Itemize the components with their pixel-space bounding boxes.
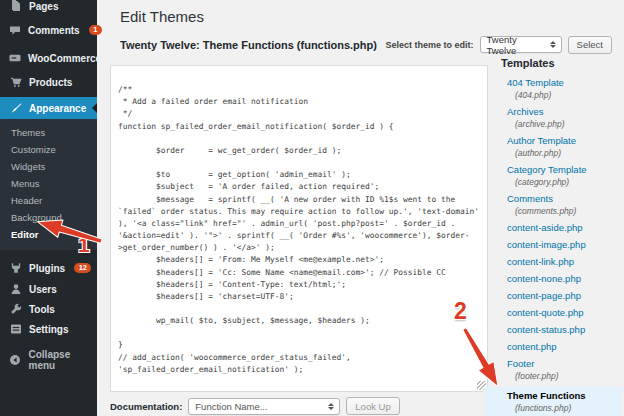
woocommerce-icon <box>9 52 21 64</box>
template-link[interactable]: content-none.php <box>498 273 622 285</box>
template-link[interactable]: content-aside.php <box>498 222 622 234</box>
template-link[interactable]: content-status.php <box>498 324 622 336</box>
main-content: Edit Themes Twenty Twelve: Theme Functio… <box>97 0 624 416</box>
template-item-content-php: content.php <box>498 341 622 353</box>
template-item-content-none: content-none.php <box>498 273 622 285</box>
settings-icon <box>9 323 22 335</box>
template-link[interactable]: Category Template <box>498 164 622 176</box>
sidebar-item-label: Collapse menu <box>29 349 97 371</box>
template-file: (footer.php) <box>498 371 622 382</box>
template-item-author: Author Template (author.php) <box>498 135 622 159</box>
template-link[interactable]: content.php <box>498 341 622 353</box>
submenu-item-themes[interactable]: Themes <box>0 124 97 141</box>
template-file: (author.php) <box>498 148 622 159</box>
tools-icon <box>9 303 22 315</box>
template-file: (comments.php) <box>498 206 622 217</box>
template-item-content-status: content-status.php <box>498 324 622 336</box>
sidebar-item-tools[interactable]: Tools <box>0 299 97 319</box>
sidebar-item-label: Plugins <box>29 263 65 274</box>
comments-icon <box>9 24 21 36</box>
sidebar-item-plugins[interactable]: Plugins 12 <box>0 257 97 279</box>
sidebar-item-products[interactable]: Products <box>0 70 97 94</box>
submenu-item-widgets[interactable]: Widgets <box>0 158 97 175</box>
theme-select-value: Twenty Twelve <box>487 34 546 56</box>
sidebar-item-comments[interactable]: Comments 1 <box>0 18 97 42</box>
sidebar-item-label: Settings <box>29 324 68 335</box>
template-file: (archive.php) <box>498 119 622 130</box>
appearance-icon <box>9 102 22 114</box>
template-link[interactable]: content-quote.php <box>498 307 622 319</box>
template-item-footer: Footer (footer.php) <box>498 358 622 382</box>
sidebar-item-appearance[interactable]: Appearance <box>0 97 97 119</box>
comments-count-badge: 1 <box>89 25 102 36</box>
template-link[interactable]: content-image.php <box>498 239 622 251</box>
template-item-content-image: content-image.php <box>498 239 622 251</box>
code-content[interactable]: /** * Add a failed order email notificat… <box>111 66 487 391</box>
template-item-content-link: content-link.php <box>498 256 622 268</box>
documentation-select-value: Function Name... <box>195 401 267 412</box>
select-arrows-icon <box>324 403 334 410</box>
template-link[interactable]: Archives <box>498 106 622 118</box>
users-icon <box>9 283 22 295</box>
submenu-item-menus[interactable]: Menus <box>0 175 97 192</box>
sidebar-item-label: Products <box>29 77 72 88</box>
sidebar-item-users[interactable]: Users <box>0 279 97 299</box>
sidebar-item-label: WooCommerce <box>28 53 101 64</box>
sidebar-item-label: Pages <box>29 1 58 12</box>
template-item-archives: Archives (archive.php) <box>498 106 622 130</box>
submenu-item-customize[interactable]: Customize <box>0 141 97 158</box>
template-link[interactable]: 404 Template <box>498 77 622 89</box>
documentation-select[interactable]: Function Name... <box>188 398 340 415</box>
submenu-item-background[interactable]: Background <box>0 209 97 226</box>
lookup-button[interactable]: Look Up <box>346 397 399 415</box>
sidebar-item-label: Appearance <box>29 103 86 114</box>
template-link[interactable]: Footer <box>498 358 622 370</box>
sidebar-item-label: Tools <box>29 304 55 315</box>
sidebar-item-label: Users <box>29 284 57 295</box>
sidebar-item-collapse-menu[interactable]: Collapse menu <box>0 350 97 370</box>
template-item-content-page: content-page.php <box>498 290 622 302</box>
template-item-comments: Comments (comments.php) <box>498 193 622 217</box>
template-link[interactable]: Comments <box>498 193 622 205</box>
sidebar-item-woocommerce[interactable]: WooCommerce <box>0 46 97 70</box>
select-arrows-icon <box>546 41 556 48</box>
submenu-item-editor[interactable]: Editor <box>0 226 97 243</box>
plugins-icon <box>9 262 22 274</box>
template-item-content-aside: content-aside.php <box>498 222 622 234</box>
appearance-submenu: Themes Customize Widgets Menus Header Ba… <box>0 119 97 250</box>
template-item-category: Category Template (category.php) <box>498 164 622 188</box>
templates-panel: Templates 404 Template (404.php) Archive… <box>498 57 622 416</box>
products-icon <box>9 76 22 88</box>
template-link[interactable]: content-link.php <box>498 256 622 268</box>
template-file: (category.php) <box>498 177 622 188</box>
template-file: (functions.php) <box>498 403 622 414</box>
templates-heading: Templates <box>501 57 622 69</box>
sidebar-item-pages[interactable]: Pages <box>0 0 97 18</box>
admin-sidebar: Pages Comments 1 WooCommerce Products Ap… <box>0 0 97 416</box>
collapse-icon <box>9 354 22 366</box>
file-subtitle: Twenty Twelve: Theme Functions (function… <box>120 39 377 51</box>
page-title: Edit Themes <box>120 8 204 25</box>
submenu-item-header[interactable]: Header <box>0 192 97 209</box>
select-theme-label: Select theme to edit: <box>386 40 474 50</box>
pages-icon <box>9 0 22 12</box>
code-editor[interactable]: /** * Add a failed order email notificat… <box>110 65 488 392</box>
template-file: (404.php) <box>498 90 622 101</box>
current-template-label[interactable]: Theme Functions <box>498 390 622 402</box>
template-item-theme-functions-current: Theme Functions (functions.php) <box>484 387 622 416</box>
documentation-label: Documentation: <box>110 401 182 412</box>
sidebar-item-settings[interactable]: Settings <box>0 319 97 339</box>
select-theme-button[interactable]: Select <box>568 36 612 54</box>
template-item-404: 404 Template (404.php) <box>498 77 622 101</box>
template-link[interactable]: Author Template <box>498 135 622 147</box>
theme-select[interactable]: Twenty Twelve <box>480 36 562 53</box>
sidebar-item-label: Comments <box>28 25 80 36</box>
plugins-count-badge: 12 <box>74 263 91 274</box>
template-link[interactable]: content-page.php <box>498 290 622 302</box>
template-item-content-quote: content-quote.php <box>498 307 622 319</box>
